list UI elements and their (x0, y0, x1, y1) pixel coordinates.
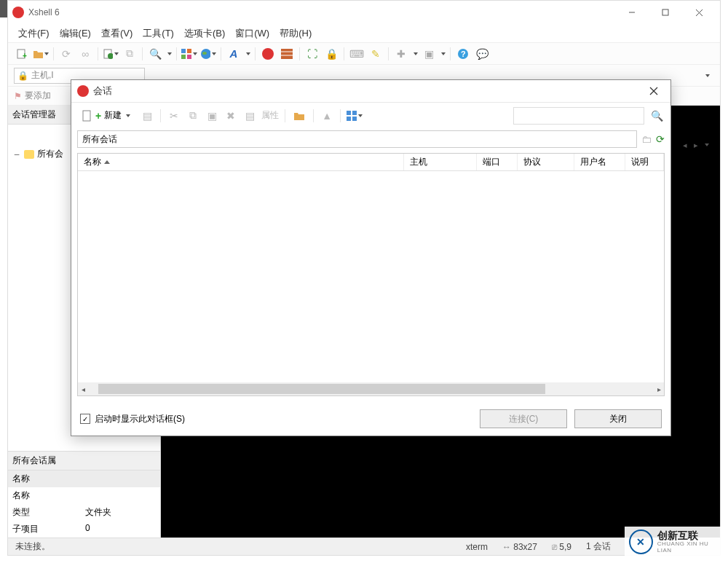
up-folder-icon[interactable]: ▲ (320, 109, 334, 123)
svg-rect-24 (347, 117, 351, 121)
svg-rect-9 (187, 49, 191, 53)
prop-type-k: 类型 (12, 506, 85, 519)
scroll-thumb[interactable] (98, 384, 545, 394)
svg-rect-25 (352, 117, 357, 121)
svg-rect-21 (83, 111, 90, 121)
prop-sub-v: 0 (85, 523, 90, 535)
dialog-app-icon (77, 85, 89, 97)
svg-rect-23 (352, 111, 357, 115)
menu-window[interactable]: 窗口(W) (235, 27, 269, 40)
font-icon[interactable]: A (226, 46, 242, 62)
startup-checkbox[interactable]: ✓ 启动时显示此对话框(S) (80, 413, 185, 425)
addtab-hint: 要添加 (25, 90, 51, 102)
menu-view[interactable]: 查看(V) (101, 27, 132, 40)
status-term: xterm (466, 542, 488, 552)
col-desc[interactable]: 说明 (625, 154, 664, 170)
addressbar-dropdown-icon[interactable] (705, 74, 710, 77)
prop-name-k: 名称 (12, 489, 85, 502)
menu-tools[interactable]: 工具(T) (143, 27, 174, 40)
lock-icon[interactable]: 🔒 (323, 46, 339, 62)
status-sessions: 1 会话 (586, 540, 611, 553)
save-icon[interactable]: ▤ (140, 109, 154, 123)
svg-rect-14 (281, 49, 293, 59)
col-proto[interactable]: 协议 (518, 154, 574, 170)
svg-rect-22 (347, 111, 351, 115)
search-icon[interactable]: 🔍 (649, 108, 665, 124)
view-mode-icon[interactable] (347, 108, 363, 124)
highlight-icon[interactable]: ✎ (368, 46, 384, 62)
open-folder2-icon[interactable] (291, 108, 307, 124)
col-name[interactable]: 名称 (78, 154, 404, 170)
props-label: 属性 (261, 109, 279, 122)
tab-menu-icon[interactable] (705, 143, 709, 146)
new-session-icon[interactable]: + (14, 46, 30, 62)
checkbox-icon: ✓ (80, 414, 90, 424)
find-icon[interactable]: 🔍 (147, 46, 163, 62)
new-folder-icon[interactable]: 🗀 (641, 133, 652, 145)
panes-icon[interactable] (181, 46, 197, 62)
col-port[interactable]: 端口 (477, 154, 518, 170)
wall-icon[interactable] (279, 46, 295, 62)
svg-rect-11 (187, 55, 191, 59)
dialog-footer: ✓ 启动时显示此对话框(S) 连接(C) 关闭 (71, 402, 670, 436)
chevron-down-icon (126, 114, 130, 117)
reconnect-icon[interactable]: ⟳ (58, 46, 74, 62)
col-user[interactable]: 用户名 (574, 154, 625, 170)
dialog-close-button[interactable] (643, 82, 665, 100)
paste-icon[interactable]: ▣ (205, 109, 219, 123)
connect-button[interactable]: 连接(C) (480, 409, 567, 428)
flag-icon: ⚑ (14, 91, 22, 101)
maximize-button[interactable] (649, 2, 682, 23)
close-button[interactable] (682, 2, 716, 23)
fullscreen-icon[interactable]: ⛶ (304, 46, 320, 62)
menu-file[interactable]: 文件(F) (18, 27, 50, 40)
close-dialog-button[interactable]: 关闭 (574, 409, 662, 428)
new-label: 新建 (104, 109, 122, 122)
copy-icon[interactable]: ⧉ (122, 46, 138, 62)
keyboard-icon[interactable]: ⌨ (349, 46, 365, 62)
watermark: ✕ 创新互联 CHUANG XIN HU LIAN (625, 527, 727, 557)
help-icon[interactable]: ? (455, 46, 471, 62)
properties-header: 所有会话属 (8, 451, 160, 471)
dialog-search-input[interactable] (513, 107, 644, 125)
svg-rect-10 (181, 55, 186, 59)
link-icon[interactable]: ∞ (77, 46, 93, 62)
dialog-toolbar: + 新建 ▤ ✂ ⧉ ▣ ✖ ▤ 属性 ▲ 🔍 (71, 102, 670, 128)
minimize-button[interactable] (615, 2, 649, 23)
status-size: ↔ 83x27 (502, 542, 537, 552)
xshell-icon[interactable] (260, 46, 276, 62)
sort-asc-icon (104, 160, 110, 164)
status-cursor: ⎚ 5,9 (552, 542, 571, 552)
host-placeholder: 主机,I (31, 69, 54, 82)
sessions-dialog: 会话 + 新建 ▤ ✂ ⧉ ▣ ✖ ▤ 属性 ▲ 🔍 🗀 ⟳ (71, 79, 671, 436)
folder-icon (24, 150, 34, 159)
globe-icon[interactable] (200, 46, 216, 62)
tab-prev-icon[interactable]: ◂ (681, 141, 688, 149)
menu-help[interactable]: 帮助(H) (280, 27, 312, 40)
menu-tabs[interactable]: 选项卡(B) (184, 27, 225, 40)
props-icon[interactable]: ▤ (242, 109, 257, 123)
scroll-left-icon[interactable]: ◂ (78, 385, 88, 393)
new-session-button[interactable]: + 新建 (77, 107, 135, 125)
path-input[interactable] (77, 130, 637, 148)
addon1-icon[interactable]: ✚ (393, 46, 409, 62)
horizontal-scrollbar[interactable]: ◂ ▸ (78, 382, 664, 395)
delete-icon[interactable]: ✖ (223, 109, 238, 123)
cut-icon[interactable]: ✂ (167, 109, 181, 123)
titlebar: Xshell 6 (8, 1, 720, 24)
refresh-icon[interactable]: ⟳ (656, 133, 665, 145)
menubar: 文件(F) 编辑(E) 查看(V) 工具(T) 选项卡(B) 窗口(W) 帮助(… (8, 24, 720, 43)
menu-edit[interactable]: 编辑(E) (60, 27, 91, 40)
scroll-right-icon[interactable]: ▸ (654, 385, 664, 393)
list-body[interactable] (78, 171, 664, 382)
watermark-logo-icon: ✕ (629, 529, 653, 554)
tab-next-icon[interactable]: ▸ (692, 141, 699, 149)
open-folder-icon[interactable] (33, 46, 49, 62)
properties-icon[interactable] (103, 46, 119, 62)
col-host[interactable]: 主机 (404, 154, 477, 170)
statusbar: 未连接。 xterm ↔ 83x27 ⎚ 5,9 1 会话 (8, 538, 720, 555)
copy-icon[interactable]: ⧉ (186, 109, 200, 123)
expand-icon[interactable]: – (12, 149, 21, 160)
chat-icon[interactable]: 💬 (474, 46, 490, 62)
addon2-icon[interactable]: ▣ (421, 46, 437, 62)
